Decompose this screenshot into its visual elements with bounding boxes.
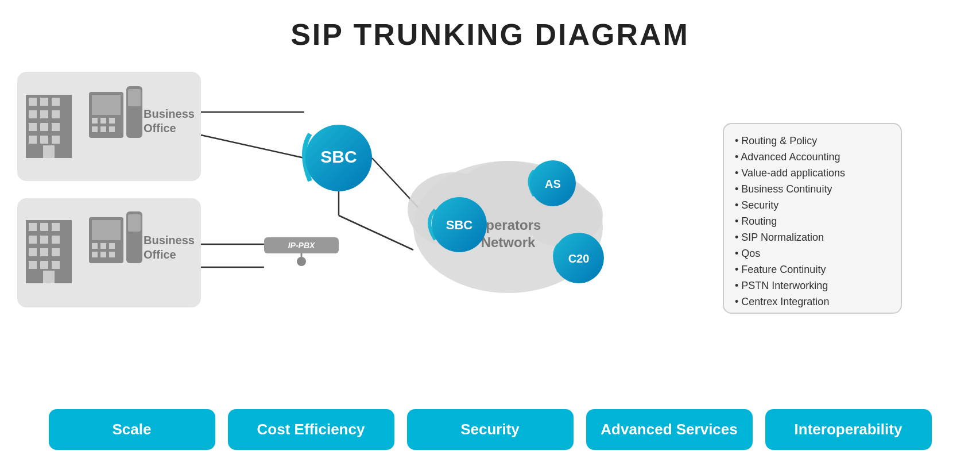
svg-rect-3 bbox=[40, 98, 48, 106]
svg-rect-32 bbox=[29, 236, 37, 244]
svg-rect-19 bbox=[109, 118, 115, 124]
svg-rect-41 bbox=[43, 271, 55, 283]
svg-rect-44 bbox=[92, 243, 98, 249]
svg-text:C20: C20 bbox=[568, 252, 590, 265]
svg-rect-34 bbox=[52, 236, 60, 244]
svg-text:Business: Business bbox=[144, 234, 195, 247]
svg-rect-14 bbox=[43, 145, 55, 158]
svg-rect-6 bbox=[40, 110, 48, 118]
svg-rect-13 bbox=[52, 136, 60, 144]
svg-text:Office: Office bbox=[144, 248, 176, 261]
svg-rect-38 bbox=[29, 261, 37, 269]
svg-rect-8 bbox=[29, 123, 37, 131]
svg-rect-51 bbox=[128, 214, 141, 232]
svg-rect-12 bbox=[40, 136, 48, 144]
svg-rect-40 bbox=[52, 261, 60, 269]
svg-rect-37 bbox=[52, 248, 60, 256]
page-container: SIP TRUNKING DIAGRAM bbox=[0, 0, 980, 466]
svg-rect-4 bbox=[52, 98, 60, 106]
svg-rect-16 bbox=[92, 95, 121, 115]
svg-rect-45 bbox=[100, 243, 106, 249]
bottom-buttons-bar: Scale Cost Efficiency Security Advanced … bbox=[0, 409, 980, 450]
svg-text:•  Advanced Accounting: • Advanced Accounting bbox=[735, 151, 840, 163]
svg-text:•  Feature Continuity: • Feature Continuity bbox=[735, 264, 826, 275]
cost-efficiency-button[interactable]: Cost Efficiency bbox=[228, 409, 394, 450]
svg-text:•  Routing: • Routing bbox=[735, 215, 777, 227]
advanced-services-button[interactable]: Advanced Services bbox=[586, 409, 753, 450]
svg-rect-36 bbox=[40, 248, 48, 256]
svg-line-65 bbox=[339, 215, 413, 250]
svg-line-55 bbox=[201, 135, 304, 158]
svg-text:•  Business Continuity: • Business Continuity bbox=[735, 183, 832, 195]
svg-text:•  Security: • Security bbox=[735, 199, 778, 211]
svg-rect-5 bbox=[29, 110, 37, 118]
svg-text:•  PSTN Interworking: • PSTN Interworking bbox=[735, 280, 828, 291]
svg-rect-31 bbox=[52, 223, 60, 231]
svg-rect-48 bbox=[100, 252, 106, 257]
svg-rect-11 bbox=[29, 136, 37, 144]
svg-text:•  Qos: • Qos bbox=[735, 248, 760, 259]
page-title: SIP TRUNKING DIAGRAM bbox=[0, 0, 980, 57]
svg-rect-46 bbox=[109, 243, 115, 249]
scale-button[interactable]: Scale bbox=[49, 409, 215, 450]
svg-text:•  Routing & Policy: • Routing & Policy bbox=[735, 135, 817, 147]
svg-rect-17 bbox=[92, 118, 98, 124]
svg-text:•  Value-add applications: • Value-add applications bbox=[735, 167, 845, 179]
svg-rect-39 bbox=[40, 261, 48, 269]
svg-rect-24 bbox=[128, 89, 141, 106]
svg-rect-43 bbox=[92, 220, 121, 240]
svg-text:AS: AS bbox=[545, 178, 561, 190]
svg-rect-20 bbox=[92, 126, 98, 132]
svg-text:•  Centrex Integration: • Centrex Integration bbox=[735, 296, 829, 307]
svg-text:Office: Office bbox=[144, 122, 176, 134]
security-button[interactable]: Security bbox=[407, 409, 574, 450]
svg-rect-18 bbox=[100, 118, 106, 124]
svg-rect-21 bbox=[100, 126, 106, 132]
svg-text:Network: Network bbox=[481, 234, 536, 250]
svg-rect-2 bbox=[29, 98, 37, 106]
svg-text:SBC: SBC bbox=[446, 218, 473, 232]
interoperability-button[interactable]: Interoperability bbox=[765, 409, 932, 450]
svg-rect-7 bbox=[52, 110, 60, 118]
svg-rect-22 bbox=[109, 126, 115, 132]
svg-rect-47 bbox=[92, 252, 98, 257]
svg-rect-35 bbox=[29, 248, 37, 256]
svg-rect-33 bbox=[40, 236, 48, 244]
svg-text:•  SIP Normalization: • SIP Normalization bbox=[735, 232, 824, 243]
svg-text:IP-PBX: IP-PBX bbox=[288, 241, 316, 250]
svg-rect-10 bbox=[52, 123, 60, 131]
svg-point-60 bbox=[297, 257, 306, 266]
svg-rect-29 bbox=[29, 223, 37, 231]
svg-text:SBC: SBC bbox=[320, 147, 357, 166]
svg-rect-9 bbox=[40, 123, 48, 131]
svg-text:Business: Business bbox=[144, 107, 195, 120]
diagram-svg: Business Office bbox=[0, 55, 980, 388]
svg-rect-30 bbox=[40, 223, 48, 231]
svg-rect-49 bbox=[109, 252, 115, 257]
